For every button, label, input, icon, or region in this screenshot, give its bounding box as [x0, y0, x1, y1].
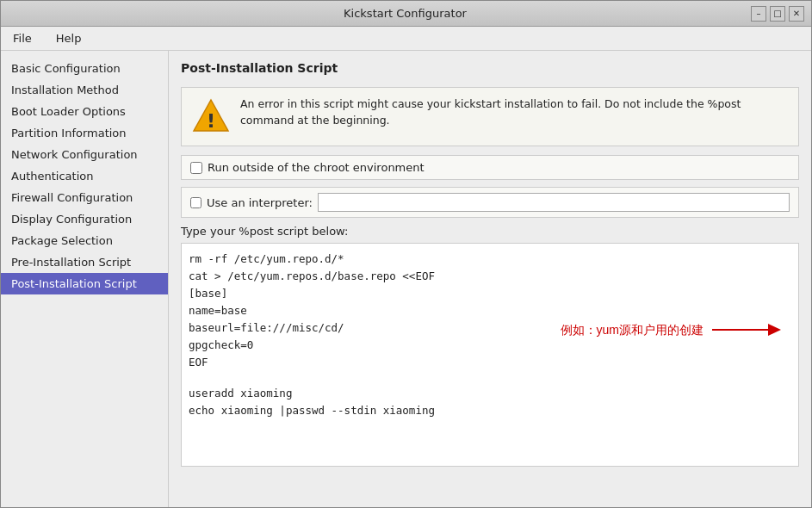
script-line-7: EOF [189, 354, 791, 371]
menu-bar: File Help [1, 27, 811, 51]
interpreter-checkbox[interactable] [190, 197, 201, 208]
warning-icon: ! [192, 96, 230, 137]
script-line-9: useradd xiaoming [189, 385, 791, 402]
window-title: Kickstart Configurator [59, 7, 751, 20]
sidebar-item-network-configuration[interactable]: Network Configuration [1, 144, 168, 165]
sidebar: Basic ConfigurationInstallation MethodBo… [1, 51, 169, 507]
chroot-label: Run outside of the chroot environment [208, 161, 425, 174]
section-title: Post-Installation Script [181, 61, 799, 78]
close-button[interactable]: ✕ [789, 6, 804, 22]
script-area: rm -rf /etc/yum.repo.d/* cat > /etc/yum.… [181, 243, 799, 467]
svg-text:!: ! [207, 110, 215, 132]
sidebar-item-post-installation-script[interactable]: Post-Installation Script [1, 273, 168, 294]
title-bar: Kickstart Configurator – □ ✕ [1, 1, 811, 27]
script-line-1: rm -rf /etc/yum.repo.d/* [189, 251, 791, 268]
maximize-button[interactable]: □ [770, 6, 785, 22]
main-window: Kickstart Configurator – □ ✕ File Help B… [0, 0, 812, 508]
script-label: Type your %post script below: [181, 225, 799, 238]
sidebar-item-package-selection[interactable]: Package Selection [1, 230, 168, 251]
menu-help[interactable]: Help [51, 30, 87, 46]
sidebar-item-basic-configuration[interactable]: Basic Configuration [1, 58, 168, 79]
chroot-checkbox-row: Run outside of the chroot environment [181, 155, 799, 180]
sidebar-item-pre-installation-script[interactable]: Pre-Installation Script [1, 251, 168, 273]
minimize-button[interactable]: – [751, 6, 766, 22]
script-line-8 [189, 371, 791, 385]
sidebar-item-firewall-configuration[interactable]: Firewall Configuration [1, 187, 168, 208]
script-line-2: cat > /etc/yum.repos.d/base.repo <<EOF [189, 268, 791, 285]
chroot-checkbox[interactable] [190, 162, 202, 174]
interpreter-label: Use an interpreter: [207, 196, 313, 209]
interpreter-input[interactable] [318, 193, 790, 212]
warning-box: ! An error in this script might cause yo… [181, 87, 799, 146]
annotation: 例如：yum源和户用的创建 [561, 317, 781, 343]
script-line-3: [base] [189, 285, 791, 302]
main-panel: Post-Installation Script ! An error in t… [169, 51, 811, 507]
sidebar-item-installation-method[interactable]: Installation Method [1, 79, 168, 101]
window-controls: – □ ✕ [751, 6, 804, 22]
interpreter-row: Use an interpreter: [181, 187, 799, 218]
warning-text: An error in this script might cause your… [240, 96, 788, 129]
content-area: Basic ConfigurationInstallation MethodBo… [1, 51, 811, 507]
menu-file[interactable]: File [8, 30, 37, 46]
annotation-text: 例如：yum源和户用的创建 [561, 320, 704, 339]
script-line-10: echo xiaoming |passwd --stdin xiaoming [189, 402, 791, 419]
sidebar-item-partition-information[interactable]: Partition Information [1, 122, 168, 144]
sidebar-item-display-configuration[interactable]: Display Configuration [1, 208, 168, 230]
sidebar-item-boot-loader-options[interactable]: Boot Loader Options [1, 101, 168, 122]
svg-marker-3 [768, 324, 781, 336]
sidebar-item-authentication[interactable]: Authentication [1, 165, 168, 187]
annotation-arrow-svg [712, 317, 781, 343]
